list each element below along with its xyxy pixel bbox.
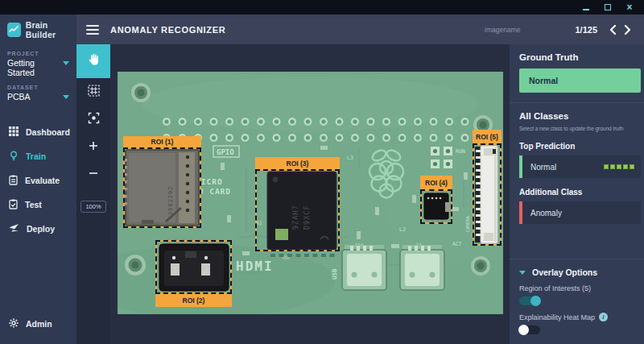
plus-icon [89, 139, 98, 154]
roi-label: ROI (5) [473, 130, 502, 143]
roi-select-button[interactable] [76, 78, 110, 106]
zoom-in-button[interactable] [76, 133, 110, 160]
clipboard-icon [9, 175, 18, 187]
sidebar-item-test[interactable]: Test [0, 193, 76, 217]
clipboard-check-icon [9, 199, 18, 211]
class-name: Normal [530, 163, 556, 172]
sidebar-item-label: Admin [26, 319, 52, 329]
power-port [400, 245, 444, 290]
app-window: × Brain Builder PROJECT Getting Started … [0, 0, 644, 344]
gear-icon [9, 318, 19, 329]
sidebar-item-train[interactable]: Train [0, 144, 76, 168]
svg-text:GPIO: GPIO [217, 148, 234, 156]
heatmap-toggle-label: Explainability Heat Map i [519, 313, 634, 321]
svg-text:L3: L3 [347, 155, 353, 161]
pcb-photo-viewport[interactable]: GPIO [118, 72, 503, 314]
svg-text:RUN: RUN [456, 148, 465, 155]
focus-icon [88, 112, 100, 127]
chevron-down-icon [63, 61, 69, 65]
svg-text:L2: L2 [399, 226, 406, 233]
info-icon[interactable]: i [599, 313, 608, 321]
sidebar-item-admin[interactable]: Admin [0, 312, 76, 336]
roi-box-3[interactable] [255, 169, 340, 251]
all-classes-title: All Classes [519, 111, 634, 121]
image-name-label: imagename [485, 26, 520, 34]
pan-tool-button[interactable] [76, 44, 110, 78]
svg-text:CAMERA: CAMERA [465, 215, 470, 232]
zoom-out-button[interactable] [76, 160, 110, 188]
heatmap-toggle-text: Explainability Heat Map [519, 313, 595, 321]
chevron-right-icon[interactable] [620, 23, 634, 37]
dataset-label: DATASET [7, 85, 69, 90]
ground-truth-title: Ground Truth [519, 52, 634, 62]
dataset-selector[interactable]: PCBA [7, 92, 69, 102]
lightbulb-icon [9, 151, 19, 163]
minimize-icon[interactable] [581, 2, 591, 12]
class-row-anomaly[interactable]: Anomaly [519, 201, 641, 224]
roi-label: ROI (1) [123, 136, 201, 147]
minus-icon [89, 167, 98, 181]
all-classes-subtitle: Select a new class to update the ground … [519, 125, 627, 132]
overlay-options-section: Overlay Options Region of Interests (5) … [519, 249, 634, 334]
chevron-left-icon[interactable] [605, 23, 620, 37]
divider [510, 102, 644, 103]
roi-label: ROI (2) [155, 294, 232, 307]
roi-box-2[interactable] [155, 240, 232, 294]
hand-icon [87, 53, 100, 69]
project-value: Getting Started [7, 58, 35, 77]
overlay-options-title: Overlay Options [532, 267, 597, 277]
roi-box-5[interactable] [473, 143, 502, 246]
chevron-down-icon [63, 95, 69, 99]
send-icon [9, 223, 19, 234]
roi-box-1[interactable] [123, 147, 201, 228]
hamburger-icon[interactable] [86, 23, 99, 37]
additional-class-title: Additional Class [519, 188, 634, 197]
page-title: ANOMALY RECOGNIZER [110, 25, 225, 35]
zoom-level-badge: 100% [80, 201, 105, 213]
region-grid-icon [88, 85, 100, 100]
wave-icon [7, 23, 21, 37]
class-row-normal[interactable]: Normal [519, 155, 641, 178]
sidebar-item-label: Test [25, 200, 42, 209]
sidebar-nav: Dashboard Train Evaluate [0, 120, 76, 241]
divider [510, 259, 644, 259]
svg-text:HDMI: HDMI [236, 259, 274, 274]
roi-label: ROI (4) [420, 176, 452, 189]
sidebar-item-deploy[interactable]: Deploy [0, 217, 76, 241]
sidebar-item-label: Train [26, 151, 46, 161]
inspector-panel: Ground Truth Normal All Classes Select a… [510, 44, 644, 344]
top-prediction-title: Top Prediction [519, 142, 634, 151]
roi-label: ROI (3) [255, 157, 340, 169]
top-header: ANOMALY RECOGNIZER imagename 1/125 [76, 15, 644, 44]
confidence-indicator [604, 164, 634, 169]
dashboard-grid-icon [9, 126, 19, 138]
toggle-knob [518, 325, 529, 335]
center-focus-button[interactable] [76, 106, 110, 133]
dataset-value: PCBA [7, 92, 31, 102]
overlay-options-header[interactable]: Overlay Options [519, 267, 634, 277]
svg-text:USB: USB [331, 268, 338, 280]
project-label: PROJECT [7, 51, 69, 56]
toggle-knob [530, 296, 541, 306]
roi-box-4[interactable] [420, 189, 452, 224]
brand-name: Brain Builder [26, 20, 76, 39]
sidebar-item-dashboard[interactable]: Dashboard [0, 120, 76, 144]
heatmap-toggle[interactable] [519, 325, 540, 334]
svg-text:ACT: ACT [452, 241, 462, 247]
maximize-icon[interactable] [603, 2, 613, 12]
context-selectors: PROJECT Getting Started DATASET PCBA [0, 44, 76, 109]
close-icon[interactable]: × [625, 2, 634, 12]
sidebar-item-evaluate[interactable]: Evaluate [0, 168, 76, 193]
brand-logo: Brain Builder [0, 15, 76, 44]
image-canvas: GPIO [110, 44, 510, 344]
ground-truth-value[interactable]: Normal [519, 68, 641, 93]
project-selector[interactable]: Getting Started [7, 58, 69, 77]
sidebar-item-label: Evaluate [25, 176, 60, 185]
usb-port [342, 245, 386, 290]
roi-toggle[interactable] [519, 296, 540, 305]
sidebar-item-label: Dashboard [26, 127, 70, 137]
pager-count: 1/125 [575, 25, 597, 35]
tool-rail: 100% [76, 44, 110, 344]
class-color-bar [519, 201, 522, 224]
sidebar: Brain Builder PROJECT Getting Started DA… [0, 15, 76, 344]
